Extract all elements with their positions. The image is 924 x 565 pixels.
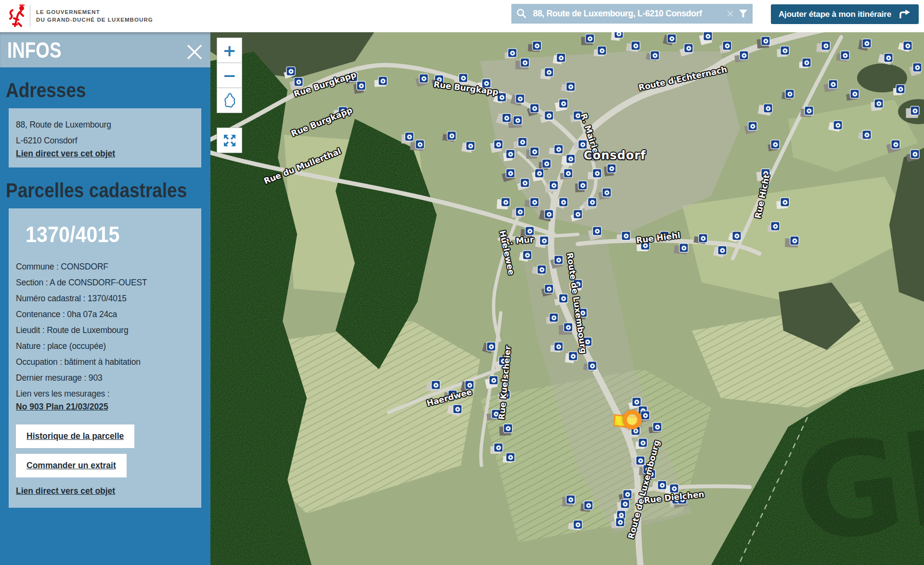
parcel-history-label: Historique de la parcelle — [26, 431, 124, 441]
mesurage-plan-link[interactable]: No 903 Plan 21/03/2025 — [16, 402, 108, 411]
search-input[interactable] — [532, 8, 725, 19]
clear-search-icon[interactable]: × — [727, 7, 734, 20]
street-label: Rue Burgkapp — [433, 79, 499, 97]
street-label: Rue Burgkapp — [289, 105, 353, 138]
zoom-out-button[interactable]: − — [217, 63, 242, 88]
parcel-detail-line: Nature : place (occupée) — [16, 338, 194, 354]
street-label: Rue du Mullerthal — [262, 146, 342, 186]
panel-title: INFOS — [7, 37, 61, 63]
parcel-card: 1370/4015 Commune : CONSDORFSection : A … — [9, 208, 201, 508]
government-logo: LE GOUVERNEMENT DU GRAND-DUCHÉ DE LUXEMB… — [8, 4, 153, 28]
logo-line2: DU GRAND-DUCHÉ DE LUXEMBOURG — [36, 16, 153, 24]
filter-funnel-icon[interactable] — [739, 10, 748, 18]
map-zoom-controls: + − — [217, 38, 242, 113]
map-fullscreen-control — [217, 128, 242, 153]
parcel-detail-line: Dernier mesurage : 903 — [16, 370, 194, 386]
parcel-detail-line: Lieudit : Route de Luxembourg — [16, 322, 194, 338]
address-card: 88, Route de Luxembourg L-6210 Consdorf … — [9, 108, 201, 167]
street-label: Rue Hiehl — [636, 230, 681, 245]
parcel-detail-line: Occupation : bâtiment à habitation — [16, 354, 194, 370]
logo-divider — [30, 5, 30, 27]
red-lion-icon — [8, 4, 26, 28]
parcel-detail-line: Section : A de CONSDORF-OUEST — [16, 275, 194, 291]
parcel-detail-line: Commune : CONSDORF — [16, 259, 194, 275]
luxembourg-outline-icon — [222, 92, 237, 109]
info-panel: INFOS Adresses 88, Route de Luxembourg L… — [0, 32, 210, 565]
parcel-history-button[interactable]: Historique de la parcelle — [16, 424, 134, 448]
fullscreen-button[interactable] — [217, 128, 242, 153]
order-extract-button[interactable]: Commander un extrait — [16, 454, 127, 477]
turn-right-arrow-icon — [898, 9, 911, 19]
map-canvas[interactable]: GK Rue BurgkappRue BurgkappRue BurgkappR… — [210, 32, 924, 565]
search-bar[interactable]: × — [511, 4, 753, 24]
parcel-number: 1370/4015 — [26, 221, 174, 247]
close-icon[interactable] — [185, 43, 204, 61]
street-label: Rue Hicht — [753, 173, 772, 219]
app-header: LE GOUVERNEMENT DU GRAND-DUCHÉ DE LUXEMB… — [0, 0, 924, 32]
street-label: Rue Dielchen — [643, 489, 704, 505]
parcel-detail-line: Contenance : 0ha 07a 24ca — [16, 307, 194, 322]
info-panel-header: INFOS — [0, 32, 210, 67]
street-label: Route de Luxembourg — [626, 439, 662, 540]
address-line1: 88, Route de Luxembourg — [16, 117, 194, 133]
minus-icon: − — [222, 67, 236, 84]
itinerary-button-label: Ajouter étape à mon itinéraire — [779, 10, 891, 19]
order-extract-label: Commander un extrait — [26, 461, 116, 470]
street-label: Route d'Echternach — [638, 64, 728, 93]
parcel-detail-line: Numéro cadastral : 1370/4015 — [16, 291, 194, 307]
street-label: R. Mairie — [579, 112, 601, 154]
street-label: Route de Luxembourg — [565, 252, 588, 354]
parcel-direct-link[interactable]: Lien direct vers cet objet — [16, 486, 115, 496]
add-itinerary-step-button[interactable]: Ajouter étape à mon itinéraire — [771, 4, 919, 24]
luxembourg-extent-button[interactable] — [217, 88, 242, 113]
logo-line1: LE GOUVERNEMENT — [36, 8, 153, 16]
parcel-detail-line: Lien vers les mesurages : — [16, 386, 194, 402]
street-label: Haerdwee — [426, 387, 473, 408]
search-icon — [516, 8, 527, 19]
zoom-in-button[interactable]: + — [217, 38, 242, 63]
address-direct-link[interactable]: Lien direct vers cet objet — [16, 149, 115, 158]
street-label: Rue Kuelscheier — [496, 345, 512, 420]
address-line2: L-6210 Consdorf — [16, 133, 194, 149]
street-label: Rue Burgkapp — [293, 70, 358, 99]
parcels-heading: Parcelles cadastrales — [6, 180, 182, 201]
addresses-heading: Adresses — [6, 80, 182, 101]
plus-icon: + — [222, 42, 236, 59]
street-labels-layer: Rue BurgkappRue BurgkappRue BurgkappRout… — [210, 32, 924, 565]
place-label: Consdorf — [584, 149, 646, 162]
parcel-details-list: Commune : CONSDORFSection : A de CONSDOR… — [16, 259, 194, 402]
expand-arrows-icon — [222, 133, 237, 148]
